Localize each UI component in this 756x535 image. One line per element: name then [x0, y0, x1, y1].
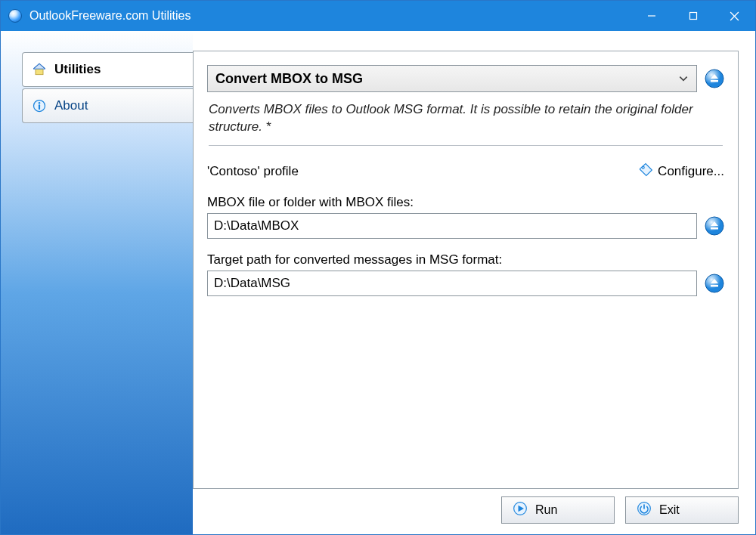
tag-icon: [638, 162, 653, 181]
utility-header-row: Convert MBOX to MSG: [207, 65, 724, 92]
exit-label: Exit: [659, 503, 680, 517]
info-icon: [32, 98, 47, 113]
svg-rect-7: [39, 104, 40, 110]
app-window: OutlookFreeware.com Utilities: [0, 0, 756, 535]
tab-about-label: About: [54, 98, 88, 113]
run-button[interactable]: Run: [501, 496, 615, 524]
profile-row: 'Contoso' profile Configure...: [207, 162, 724, 181]
mbox-field-label: MBOX file or folder with MBOX files:: [207, 195, 724, 210]
utility-select-label: Convert MBOX to MSG: [215, 71, 678, 87]
play-icon: [513, 501, 528, 519]
mbox-field-row: [207, 213, 724, 239]
main-pane: Convert MBOX to MSG Co: [193, 31, 755, 534]
window-title: OutlookFreeware.com Utilities: [29, 9, 631, 23]
svg-rect-12: [711, 227, 718, 230]
target-field-row: [207, 271, 724, 296]
browse-mbox-button[interactable]: [705, 216, 724, 236]
configure-link[interactable]: Configure...: [638, 162, 724, 181]
svg-rect-1: [689, 13, 696, 20]
tab-about[interactable]: About: [22, 88, 193, 123]
power-icon: [637, 501, 652, 519]
profile-label: 'Contoso' profile: [207, 164, 299, 179]
maximize-button[interactable]: [672, 1, 714, 31]
utility-select-dropdown[interactable]: Convert MBOX to MSG: [207, 65, 697, 92]
browse-target-button[interactable]: [705, 274, 724, 293]
mbox-path-input[interactable]: [207, 213, 697, 239]
run-label: Run: [535, 503, 557, 517]
title-bar: OutlookFreeware.com Utilities: [1, 1, 755, 31]
target-field-label: Target path for converted messages in MS…: [207, 252, 724, 268]
tab-utilities[interactable]: Utilities: [22, 52, 193, 87]
eject-utility-button[interactable]: [705, 69, 724, 88]
minimize-button[interactable]: [631, 1, 672, 31]
svg-rect-9: [711, 80, 718, 82]
svg-rect-14: [711, 285, 718, 287]
utility-description: Converts MBOX files to Outlook MSG forma…: [209, 101, 723, 146]
app-icon: [8, 9, 22, 23]
side-tabs: Utilities About: [1, 31, 193, 123]
footer-buttons: Run Exit: [193, 489, 739, 524]
client-area: Utilities About: [1, 31, 755, 534]
close-button[interactable]: [714, 1, 755, 31]
chevron-down-icon: [678, 73, 689, 84]
target-path-input[interactable]: [207, 271, 697, 296]
side-pane: Utilities About: [1, 31, 193, 534]
svg-rect-4: [36, 69, 43, 75]
configure-label: Configure...: [658, 164, 724, 179]
tab-utilities-label: Utilities: [54, 62, 101, 77]
svg-point-6: [39, 102, 41, 104]
home-icon: [32, 62, 47, 77]
utility-panel: Convert MBOX to MSG Co: [193, 51, 739, 489]
exit-button[interactable]: Exit: [625, 496, 739, 524]
